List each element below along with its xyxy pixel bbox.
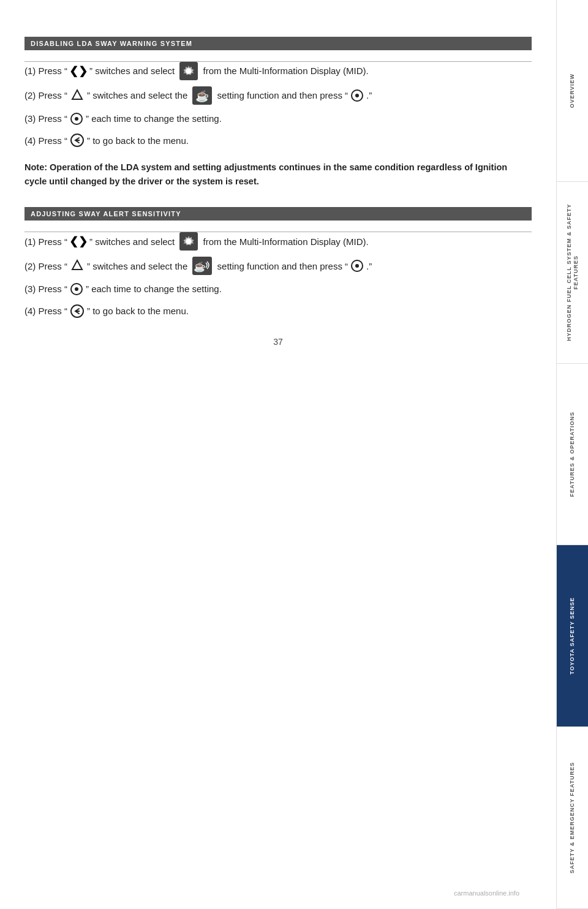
sidebar-label-hydrogen: HYDROGEN FUEL CELL SYSTEM & SAFETY FEATU… xyxy=(566,188,579,357)
step-s1-2: (2) Press “ ” switches and select the ☕ … xyxy=(24,86,532,105)
step-s1-2-text1: Press “ xyxy=(39,88,68,104)
svg-marker-14 xyxy=(72,260,82,270)
section-adjusting-sway: ADJUSTING SWAY ALERT SENSITIVITY (1) Pre… xyxy=(24,207,532,319)
step-s1-1-text2: ” switches and select xyxy=(89,63,177,79)
step-s2-1-text2: ” switches and select xyxy=(89,234,177,250)
step-s2-3-prefix: (3) xyxy=(24,281,39,297)
sidebar-section-hydrogen: HYDROGEN FUEL CELL SYSTEM & SAFETY FEATU… xyxy=(557,182,588,364)
step-s2-2-text1: Press “ xyxy=(39,258,68,274)
step-s2-2-prefix: (2) xyxy=(24,258,39,274)
page-number: 37 xyxy=(24,337,532,347)
section1-header: DISABLING LDA SWAY WARNING SYSTEM xyxy=(24,37,532,50)
step-s2-4-text2: ” to go back to the menu. xyxy=(87,303,189,319)
svg-point-8 xyxy=(75,117,78,121)
step-s1-4-prefix: (4) xyxy=(24,133,39,149)
svg-marker-3 xyxy=(72,90,82,99)
section1-note: Note: Operation of the LDA system and se… xyxy=(24,160,532,189)
step-s1-4: (4) Press “ ” to go back to the menu. xyxy=(24,133,532,149)
step-s1-2-text3: setting function and then press “ xyxy=(214,88,348,104)
sidebar-section-overview: OVERVIEW xyxy=(557,0,588,182)
circle-dot-icon-4 xyxy=(70,282,83,296)
step-s2-3-text2: ” each time to change the setting. xyxy=(86,281,222,297)
lr-arrows-icon-2: ❮❯ xyxy=(70,235,87,247)
sidebar-label-toyota-safety: TOYOTA SAFETY SENSE xyxy=(569,597,576,674)
step-s2-1: (1) Press “ ❮❯ ” switches and select fro… xyxy=(24,232,532,251)
sidebar-label-emergency: SAFETY & EMERGENCY FEATURES xyxy=(569,762,576,873)
step-s2-1-text3: from the Multi-Information Display (MID)… xyxy=(200,234,368,250)
step-s2-1-prefix: (1) xyxy=(24,234,39,250)
up-arrow-icon-2 xyxy=(70,258,85,273)
step-s1-3: (3) Press “ ” each time to change the se… xyxy=(24,111,532,127)
sidebar-section-toyota-safety: TOYOTA SAFETY SENSE xyxy=(557,545,588,727)
sidebar-label-overview: OVERVIEW xyxy=(569,74,576,108)
gear-icon-2 xyxy=(179,232,198,251)
step-s1-1: (1) Press “ ❮❯ ” switches and select fro… xyxy=(24,62,532,80)
circle-dot-icon-3 xyxy=(350,259,364,273)
step-s1-2-text2: ” switches and select the xyxy=(87,88,190,104)
svg-text:❮❯: ❮❯ xyxy=(70,235,87,247)
step-s2-2-text2: ” switches and select the xyxy=(87,258,190,274)
step-s1-1-prefix: (1) xyxy=(24,63,39,79)
sidebar-label-features: FEATURES & OPERATIONS xyxy=(569,412,576,497)
step-s2-4: (4) Press “ ” to go back to the menu. xyxy=(24,303,532,319)
sidebar-section-features: FEATURES & OPERATIONS xyxy=(557,364,588,546)
section1-header-text: DISABLING LDA SWAY WARNING SYSTEM xyxy=(31,40,192,47)
sidebar: OVERVIEW HYDROGEN FUEL CELL SYSTEM & SAF… xyxy=(556,0,588,909)
return-icon-2 xyxy=(70,304,85,319)
step-s2-4-prefix: (4) xyxy=(24,303,39,319)
step-s2-2: (2) Press “ ” switches and select the ☕ … xyxy=(24,257,532,275)
circle-dot-icon-1 xyxy=(350,89,364,102)
svg-text:☕: ☕ xyxy=(194,261,206,273)
step-s1-1-text1: Press “ xyxy=(39,63,68,79)
svg-point-17 xyxy=(355,264,359,268)
svg-point-19 xyxy=(75,287,78,291)
svg-text:❮❯: ❮❯ xyxy=(70,65,87,77)
section2-header-text: ADJUSTING SWAY ALERT SENSITIVITY xyxy=(31,210,181,217)
step-s2-4-text1: Press “ xyxy=(39,303,68,319)
step-s1-3-prefix: (3) xyxy=(24,111,39,127)
circle-dot-icon-2 xyxy=(70,112,83,126)
lr-arrows-icon-1: ❮❯ xyxy=(70,65,87,77)
watermark: carmanualsonline.info xyxy=(454,889,519,897)
step-s2-3: (3) Press “ ” each time to change the se… xyxy=(24,281,532,297)
section-disabling-lda: DISABLING LDA SWAY WARNING SYSTEM (1) Pr… xyxy=(24,37,532,189)
step-s1-3-text2: ” each time to change the setting. xyxy=(86,111,222,127)
section2-header: ADJUSTING SWAY ALERT SENSITIVITY xyxy=(24,207,532,221)
step-s1-3-text1: Press “ xyxy=(39,111,68,127)
step-s2-3-text1: Press “ xyxy=(39,281,68,297)
step-s1-2-text4: .” xyxy=(366,88,372,104)
step-s2-1-text1: Press “ xyxy=(39,234,68,250)
step-s1-4-text2: ” to go back to the menu. xyxy=(87,133,189,149)
svg-text:☕: ☕ xyxy=(195,89,209,103)
sidebar-section-emergency: SAFETY & EMERGENCY FEATURES xyxy=(557,727,588,909)
step-s2-2-text4: .” xyxy=(366,258,372,274)
cup-signal-icon: ☕ xyxy=(192,257,212,275)
gear-icon-1 xyxy=(179,62,198,80)
return-icon-1 xyxy=(70,133,85,148)
main-content: DISABLING LDA SWAY WARNING SYSTEM (1) Pr… xyxy=(0,0,556,909)
step-s1-1-text3: from the Multi-Information Display (MID)… xyxy=(200,63,368,79)
step-s1-4-text1: Press “ xyxy=(39,133,68,149)
svg-point-6 xyxy=(355,94,359,97)
step-s1-2-prefix: (2) xyxy=(24,88,39,104)
section1-note-text: Note: Operation of the LDA system and se… xyxy=(24,162,507,186)
cup-icon-1: ☕ xyxy=(192,86,212,105)
step-s2-2-text3: setting function and then press “ xyxy=(214,258,348,274)
up-arrow-icon-1 xyxy=(70,88,85,103)
